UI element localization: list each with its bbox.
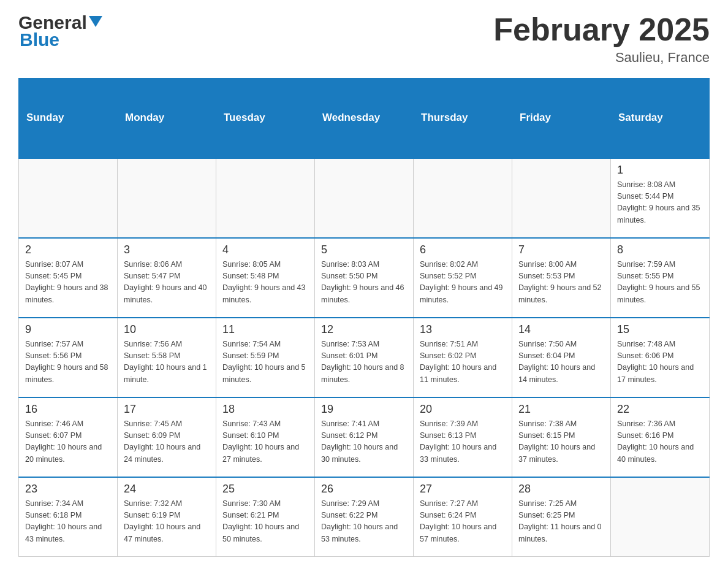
calendar-week-3: 9Sunrise: 7:57 AMSunset: 5:56 PMDaylight…	[19, 318, 710, 397]
calendar-cell: 22Sunrise: 7:36 AMSunset: 6:16 PMDayligh…	[611, 397, 710, 477]
day-number: 27	[420, 483, 506, 496]
day-info: Sunrise: 8:07 AMSunset: 5:45 PMDaylight:…	[25, 259, 111, 307]
day-info: Sunrise: 8:05 AMSunset: 5:48 PMDaylight:…	[222, 259, 308, 307]
day-info: Sunrise: 7:50 AMSunset: 6:04 PMDaylight:…	[518, 339, 604, 386]
day-number: 18	[222, 403, 308, 416]
calendar-week-4: 16Sunrise: 7:46 AMSunset: 6:07 PMDayligh…	[19, 397, 710, 477]
svg-marker-0	[89, 16, 102, 27]
day-number: 15	[617, 323, 703, 336]
day-number: 23	[25, 483, 111, 496]
calendar-cell: 15Sunrise: 7:48 AMSunset: 6:06 PMDayligh…	[611, 318, 710, 397]
calendar-cell: 17Sunrise: 7:45 AMSunset: 6:09 PMDayligh…	[118, 397, 216, 477]
day-number: 8	[617, 243, 703, 256]
calendar-cell: 21Sunrise: 7:38 AMSunset: 6:15 PMDayligh…	[512, 397, 611, 477]
location: Saulieu, France	[493, 50, 710, 66]
calendar-cell: 5Sunrise: 8:03 AMSunset: 5:50 PMDaylight…	[315, 238, 414, 318]
day-info: Sunrise: 7:36 AMSunset: 6:16 PMDaylight:…	[617, 418, 703, 466]
weekday-header-row: SundayMondayTuesdayWednesdayThursdayFrid…	[19, 79, 710, 158]
calendar-cell	[216, 158, 315, 238]
weekday-header-saturday: Saturday	[611, 79, 710, 158]
calendar-cell	[118, 158, 216, 238]
day-number: 16	[25, 403, 111, 416]
calendar-cell: 4Sunrise: 8:05 AMSunset: 5:48 PMDaylight…	[216, 238, 315, 318]
day-info: Sunrise: 7:51 AMSunset: 6:02 PMDaylight:…	[420, 339, 506, 386]
calendar-cell	[19, 158, 118, 238]
day-info: Sunrise: 7:54 AMSunset: 5:59 PMDaylight:…	[222, 339, 308, 386]
day-number: 9	[25, 323, 111, 336]
day-number: 2	[25, 243, 111, 256]
weekday-header-thursday: Thursday	[414, 79, 512, 158]
day-info: Sunrise: 8:03 AMSunset: 5:50 PMDaylight:…	[321, 259, 407, 307]
day-info: Sunrise: 8:02 AMSunset: 5:52 PMDaylight:…	[420, 259, 506, 307]
day-number: 4	[222, 243, 308, 256]
logo: General Blue	[18, 12, 102, 50]
calendar-cell: 19Sunrise: 7:41 AMSunset: 6:12 PMDayligh…	[315, 397, 414, 477]
day-info: Sunrise: 7:46 AMSunset: 6:07 PMDaylight:…	[25, 418, 111, 466]
calendar-cell: 11Sunrise: 7:54 AMSunset: 5:59 PMDayligh…	[216, 318, 315, 397]
weekday-header-wednesday: Wednesday	[315, 79, 414, 158]
title-section: February 2025 Saulieu, France	[493, 12, 710, 66]
day-info: Sunrise: 8:06 AMSunset: 5:47 PMDaylight:…	[124, 259, 210, 307]
calendar-cell: 9Sunrise: 7:57 AMSunset: 5:56 PMDaylight…	[19, 318, 118, 397]
day-info: Sunrise: 7:45 AMSunset: 6:09 PMDaylight:…	[124, 418, 210, 466]
day-number: 11	[222, 323, 308, 336]
calendar-cell: 26Sunrise: 7:29 AMSunset: 6:22 PMDayligh…	[315, 477, 414, 557]
calendar-cell: 25Sunrise: 7:30 AMSunset: 6:21 PMDayligh…	[216, 477, 315, 557]
day-info: Sunrise: 7:57 AMSunset: 5:56 PMDaylight:…	[25, 339, 111, 386]
calendar-cell	[414, 158, 512, 238]
calendar-cell: 12Sunrise: 7:53 AMSunset: 6:01 PMDayligh…	[315, 318, 414, 397]
day-number: 17	[124, 403, 210, 416]
day-info: Sunrise: 7:29 AMSunset: 6:22 PMDaylight:…	[321, 498, 407, 546]
day-number: 6	[420, 243, 506, 256]
weekday-header-sunday: Sunday	[19, 79, 118, 158]
calendar-cell: 2Sunrise: 8:07 AMSunset: 5:45 PMDaylight…	[19, 238, 118, 318]
logo-triangle-icon	[89, 16, 102, 27]
calendar-cell: 7Sunrise: 8:00 AMSunset: 5:53 PMDaylight…	[512, 238, 611, 318]
day-info: Sunrise: 7:30 AMSunset: 6:21 PMDaylight:…	[222, 498, 308, 546]
day-info: Sunrise: 7:38 AMSunset: 6:15 PMDaylight:…	[518, 418, 604, 466]
weekday-header-tuesday: Tuesday	[216, 79, 315, 158]
calendar-cell	[512, 158, 611, 238]
calendar-week-5: 23Sunrise: 7:34 AMSunset: 6:18 PMDayligh…	[19, 477, 710, 557]
calendar-cell: 20Sunrise: 7:39 AMSunset: 6:13 PMDayligh…	[414, 397, 512, 477]
day-number: 25	[222, 483, 308, 496]
day-number: 14	[518, 323, 604, 336]
day-number: 28	[518, 483, 604, 496]
day-number: 26	[321, 483, 407, 496]
calendar-cell: 16Sunrise: 7:46 AMSunset: 6:07 PMDayligh…	[19, 397, 118, 477]
day-number: 24	[124, 483, 210, 496]
calendar-cell: 8Sunrise: 7:59 AMSunset: 5:55 PMDaylight…	[611, 238, 710, 318]
day-number: 19	[321, 403, 407, 416]
day-info: Sunrise: 7:59 AMSunset: 5:55 PMDaylight:…	[617, 259, 703, 307]
day-info: Sunrise: 8:00 AMSunset: 5:53 PMDaylight:…	[518, 259, 604, 307]
day-info: Sunrise: 7:53 AMSunset: 6:01 PMDaylight:…	[321, 339, 407, 386]
day-info: Sunrise: 7:48 AMSunset: 6:06 PMDaylight:…	[617, 339, 703, 386]
day-number: 13	[420, 323, 506, 336]
day-number: 3	[124, 243, 210, 256]
page-header: General Blue February 2025 Saulieu, Fran…	[18, 12, 710, 66]
calendar-table: SundayMondayTuesdayWednesdayThursdayFrid…	[18, 78, 710, 557]
calendar-cell: 14Sunrise: 7:50 AMSunset: 6:04 PMDayligh…	[512, 318, 611, 397]
day-info: Sunrise: 7:39 AMSunset: 6:13 PMDaylight:…	[420, 418, 506, 466]
calendar-cell: 6Sunrise: 8:02 AMSunset: 5:52 PMDaylight…	[414, 238, 512, 318]
day-info: Sunrise: 8:08 AMSunset: 5:44 PMDaylight:…	[617, 179, 703, 227]
calendar-cell: 13Sunrise: 7:51 AMSunset: 6:02 PMDayligh…	[414, 318, 512, 397]
day-number: 5	[321, 243, 407, 256]
day-number: 22	[617, 403, 703, 416]
day-info: Sunrise: 7:27 AMSunset: 6:24 PMDaylight:…	[420, 498, 506, 546]
day-info: Sunrise: 7:34 AMSunset: 6:18 PMDaylight:…	[25, 498, 111, 546]
calendar-cell	[315, 158, 414, 238]
day-number: 12	[321, 323, 407, 336]
month-title: February 2025	[493, 12, 710, 47]
weekday-header-monday: Monday	[118, 79, 216, 158]
day-info: Sunrise: 7:25 AMSunset: 6:25 PMDaylight:…	[518, 498, 604, 546]
day-info: Sunrise: 7:56 AMSunset: 5:58 PMDaylight:…	[124, 339, 210, 386]
calendar-cell: 1Sunrise: 8:08 AMSunset: 5:44 PMDaylight…	[611, 158, 710, 238]
calendar-cell: 28Sunrise: 7:25 AMSunset: 6:25 PMDayligh…	[512, 477, 611, 557]
day-info: Sunrise: 7:43 AMSunset: 6:10 PMDaylight:…	[222, 418, 308, 466]
calendar-cell: 23Sunrise: 7:34 AMSunset: 6:18 PMDayligh…	[19, 477, 118, 557]
day-info: Sunrise: 7:32 AMSunset: 6:19 PMDaylight:…	[124, 498, 210, 546]
weekday-header-friday: Friday	[512, 79, 611, 158]
calendar-cell: 24Sunrise: 7:32 AMSunset: 6:19 PMDayligh…	[118, 477, 216, 557]
day-number: 1	[617, 164, 703, 177]
